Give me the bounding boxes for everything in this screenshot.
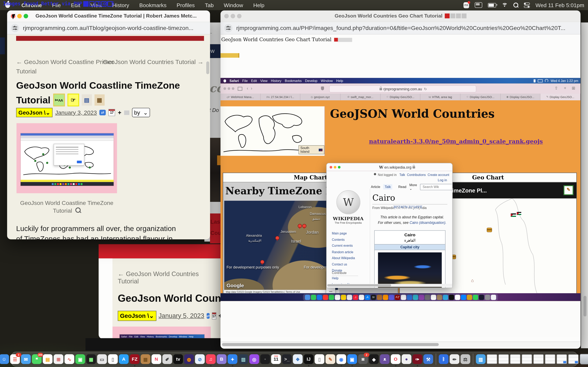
- wiki-sidebar-link[interactable]: About Wikipedia: [332, 256, 355, 260]
- prev-post-link[interactable]: ← GeoJson World Coastline Primer: [16, 58, 114, 66]
- wiki-sidebar-link[interactable]: Current events: [332, 244, 355, 248]
- dock-app-icon[interactable]: ▯: [315, 354, 324, 364]
- dock-app-icon[interactable]: ✐: [162, 354, 172, 364]
- control-center-icon[interactable]: [524, 2, 530, 8]
- logi-options-icon[interactable]: mx: [463, 2, 469, 8]
- wiki-search-input[interactable]: [422, 185, 452, 189]
- wiki-close-button[interactable]: [329, 166, 332, 168]
- dock-app-icon[interactable]: ♫: [206, 354, 216, 364]
- minimize-button[interactable]: [231, 14, 235, 18]
- wiki-sidebar-link[interactable]: Main page: [332, 231, 355, 235]
- dock-app-icon[interactable]: ⚖: [461, 354, 470, 364]
- wiki-tab-read[interactable]: Read: [398, 185, 406, 189]
- wiki-sidebar-link[interactable]: Contents: [332, 238, 355, 241]
- right-url-text[interactable]: rjmprogramming.com.au/PHP/images_found.p…: [236, 25, 565, 31]
- minimize-button[interactable]: [17, 14, 22, 18]
- dock-app-icon[interactable]: ▣: [347, 354, 357, 364]
- wiki-disambiguation-link[interactable]: Cairo (disambiguation).: [410, 221, 446, 225]
- dock-app-icon[interactable]: ᴥ: [380, 354, 390, 364]
- wiki-sidebar-link[interactable]: Random article: [332, 250, 355, 254]
- dock-app-icon[interactable]: 11: [271, 354, 281, 364]
- wiki-tab-more[interactable]: More ⌄: [409, 183, 417, 191]
- calendar-icon[interactable]: 17: [108, 109, 115, 116]
- book-icon[interactable]: ▤: [82, 94, 92, 106]
- pointing-hand-icon[interactable]: ☞: [67, 94, 79, 106]
- dock-app-icon[interactable]: ▤: [43, 354, 52, 364]
- dock-minimized-window[interactable]: [498, 354, 509, 364]
- scissors-runners-icon[interactable]: ✂ʌʌ: [53, 94, 65, 106]
- rightedge-scrollbar-thumb[interactable]: [584, 296, 587, 317]
- inner-tab[interactable]: ◉Display GeoJSO...: [501, 94, 540, 100]
- doc-icon[interactable]: [124, 110, 129, 115]
- dock-minimized-window[interactable]: [487, 354, 497, 364]
- wiki-zoom-button[interactable]: [338, 166, 341, 168]
- menu-item-bookmarks[interactable]: Bookmarks: [139, 2, 166, 8]
- dock-app-icon[interactable]: ✉: [21, 354, 31, 364]
- map-pin[interactable]: [302, 224, 306, 228]
- left-url-bar[interactable]: rjmprogramming.com.au/ITblog/geojson-wor…: [7, 22, 210, 34]
- map-pin[interactable]: [260, 260, 264, 264]
- inner-tab[interactable]: ☆Display GeoJSO...: [461, 94, 501, 100]
- zoom-button[interactable]: [237, 14, 242, 18]
- menu-item-profiles[interactable]: Profiles: [177, 2, 195, 8]
- wiki-sidebar-link[interactable]: Help: [332, 276, 357, 280]
- wiki-top-link[interactable]: Contributions: [407, 173, 426, 177]
- wiki-search-box[interactable]: [420, 184, 453, 190]
- dock-app-icon[interactable]: ◙2: [358, 354, 368, 364]
- right-url-bar[interactable]: rjmprogramming.com.au/PHP/images_found.p…: [221, 22, 580, 34]
- wiki-tab-article[interactable]: Article: [371, 185, 380, 189]
- wiki-sidebar-link[interactable]: Contact us: [332, 262, 355, 266]
- inner-tab[interactable]: cPWebHost Mana...: [221, 94, 260, 100]
- wiki-login-link[interactable]: Log in: [438, 178, 447, 182]
- dock-app-icon[interactable]: ❖: [293, 354, 303, 364]
- dock-minimized-window[interactable]: [568, 354, 579, 364]
- behind-category-select[interactable]: GeoJson \⌄: [118, 311, 156, 321]
- wiki-domain[interactable]: en.wikipedia.org: [384, 165, 411, 169]
- dock-app-icon[interactable]: tv: [173, 354, 183, 364]
- dock-app-icon[interactable]: FZ: [130, 354, 140, 364]
- dock-app-icon[interactable]: ◆: [369, 354, 379, 364]
- next-post-link[interactable]: GeoJson World Countries Tutorial →: [102, 58, 204, 66]
- wiki-minimize-button[interactable]: [334, 166, 337, 168]
- dock-app-icon[interactable]: ●: [402, 354, 411, 364]
- site-settings-icon[interactable]: [11, 24, 19, 32]
- dock-app-icon[interactable]: ◉: [337, 354, 346, 364]
- dock-minimized-window[interactable]: [522, 354, 532, 364]
- left-url-text[interactable]: rjmprogramming.com.au/ITblog/geojson-wor…: [23, 25, 193, 31]
- inner-tab[interactable]: Ggeojson.xyz: [301, 94, 341, 100]
- dock-app-icon[interactable]: ⊘: [195, 354, 205, 364]
- dock-app-icon[interactable]: ☺: [0, 354, 9, 364]
- dock-app-icon[interactable]: ▦: [86, 354, 96, 364]
- zoom-button[interactable]: [24, 14, 28, 18]
- dock-app-icon[interactable]: ⊞: [54, 354, 63, 364]
- inner-tab[interactable]: ⊘swift_map_mor...: [341, 94, 380, 100]
- dock-app-icon[interactable]: ▭: [97, 354, 107, 364]
- right-hscrollbar[interactable]: [221, 342, 580, 347]
- behind-calendar-icon[interactable]: 17: [212, 312, 216, 319]
- dock-trash-icon[interactable]: [580, 354, 588, 364]
- menu-item-history[interactable]: History: [112, 2, 129, 8]
- wifi-icon[interactable]: [502, 3, 508, 7]
- dock-minimized-window[interactable]: [545, 354, 555, 364]
- battery-icon[interactable]: [488, 3, 496, 7]
- inner-tab[interactable]: WHTML area tag: [421, 94, 461, 100]
- behind-back-link[interactable]: ← GeoJson World Countries Tutorial: [118, 270, 221, 285]
- spotlight-search-icon[interactable]: [513, 3, 518, 8]
- caption-magnifier-icon[interactable]: [75, 208, 81, 213]
- map-pin[interactable]: [298, 224, 302, 228]
- dock-minimized-window[interactable]: [533, 354, 544, 364]
- dock-app-icon[interactable]: O: [391, 354, 401, 364]
- wiki-top-link[interactable]: Create account: [428, 173, 449, 177]
- dock-minimized-window[interactable]: [557, 354, 567, 364]
- dock-app-icon[interactable]: ✦: [228, 354, 237, 364]
- menu-item-help[interactable]: Help: [253, 2, 264, 8]
- dock-app-icon[interactable]: ∿: [65, 354, 74, 364]
- behind-shuffle-icon[interactable]: ⇄: [207, 313, 209, 319]
- close-button[interactable]: [224, 14, 229, 18]
- wiki-titlebar[interactable]: W en.wikipedia.org: [327, 163, 452, 171]
- prev-post-link-2[interactable]: Tutorial: [16, 68, 36, 75]
- category-select[interactable]: GeoJson \⌄: [16, 108, 52, 117]
- dock-app-icon[interactable]: ▥: [476, 354, 486, 364]
- film-reel-icon[interactable]: ▦: [94, 94, 104, 106]
- dock-app-icon[interactable]: ▪: [260, 354, 270, 364]
